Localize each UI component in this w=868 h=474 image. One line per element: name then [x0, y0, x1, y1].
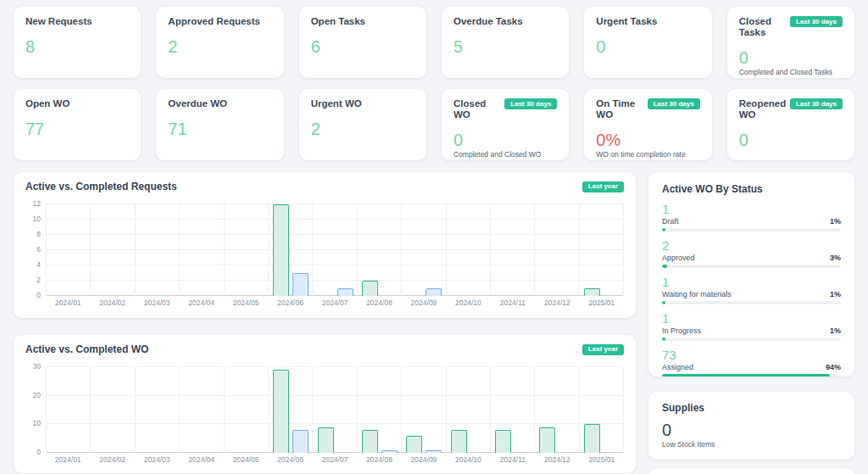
bar-group-2024-04	[180, 367, 224, 453]
kpi-card-header: Approved Requests	[168, 16, 271, 27]
kpi-card-urgent-tasks[interactable]: Urgent Tasks0	[584, 7, 711, 78]
status-count: 1	[662, 276, 841, 289]
status-item-approved: 2Approved3%	[662, 239, 841, 268]
status-count: 1	[662, 312, 841, 326]
panel-title: Active WO By Status	[662, 183, 841, 195]
kpi-value: 6	[311, 37, 415, 56]
bar-active	[495, 430, 511, 453]
kpi-subtitle: Completed and Closed WO	[453, 150, 557, 159]
kpi-value: 0	[739, 131, 843, 149]
kpi-card-urgent-wo[interactable]: Urgent WO2	[299, 89, 426, 160]
bar-group-2024-10	[447, 367, 491, 453]
kpi-card-closed-tasks[interactable]: Closed TasksLast 30 days0Completed and C…	[727, 7, 854, 78]
status-label: Waiting for materials	[662, 290, 732, 298]
kpi-subtitle: Completed and Closed Tasks	[739, 68, 843, 76]
bar-group-2024-09	[402, 367, 446, 453]
bar-group-2024-01	[47, 367, 91, 453]
x-tick-label: 2024/06	[268, 455, 312, 464]
progress-track	[662, 301, 841, 304]
status-percent: 94%	[826, 363, 841, 371]
x-tick-label: 2024/09	[402, 298, 446, 307]
bar-group-2024-07	[313, 367, 357, 453]
kpi-card-overdue-wo[interactable]: Overdue WO71	[156, 89, 283, 160]
bar-active	[273, 370, 289, 453]
kpi-value: 8	[25, 37, 129, 56]
bar-active	[584, 424, 600, 453]
chart-title: Active vs. Completed WO	[25, 343, 148, 355]
kpi-value: 77	[25, 120, 129, 138]
bar-group-2024-09	[402, 204, 446, 296]
x-tick-label: 2024/06	[268, 298, 312, 307]
status-count: 1	[662, 203, 841, 216]
bar-group-2024-05	[225, 204, 269, 296]
status-label: Approved	[662, 254, 695, 262]
bar-group-2024-10	[447, 204, 491, 296]
x-tick-label: 2024/04	[179, 455, 223, 464]
bar-active	[273, 204, 289, 296]
supplies-panel[interactable]: Supplies 0 Low Stock Items	[648, 392, 854, 460]
x-tick-label: 2024/12	[535, 455, 579, 464]
x-tick-label: 2024/09	[402, 455, 446, 464]
kpi-card-reopened-wo[interactable]: Reopened WOLast 30 days0	[727, 89, 854, 160]
bar-chart-requests: 0246810122024/012024/022024/032024/04202…	[25, 204, 624, 307]
status-item-assigned: 73Assigned94%	[662, 349, 841, 376]
progress-track	[662, 265, 841, 268]
status-count: 73	[662, 349, 841, 362]
kpi-card-header: Overdue Tasks	[453, 16, 557, 27]
status-line: Waiting for materials1%	[662, 290, 841, 298]
bar-active	[318, 427, 334, 453]
kpi-value: 2	[311, 120, 415, 138]
status-percent: 1%	[830, 326, 841, 335]
y-tick-label: 8	[36, 231, 41, 238]
bar-group-2024-12	[535, 204, 579, 296]
panel-title: Supplies	[662, 402, 841, 414]
bars-layer	[47, 367, 624, 453]
kpi-card-open-wo[interactable]: Open WO77	[14, 89, 141, 160]
status-percent: 1%	[830, 217, 841, 226]
period-badge: Last 30 days	[790, 16, 843, 27]
bar-group-2024-07	[313, 204, 357, 296]
kpi-card-open-tasks[interactable]: Open Tasks6	[299, 7, 426, 78]
kpi-card-header: Closed TasksLast 30 days	[739, 16, 843, 38]
kpi-card-approved-requests[interactable]: Approved Requests2	[156, 7, 283, 78]
period-badge: Last 30 days	[790, 98, 843, 109]
x-tick-label: 2024/07	[313, 298, 357, 307]
kpi-card-on-time-wo[interactable]: On Time WOLast 30 days0%WO on time compl…	[584, 89, 711, 160]
x-axis-labels: 2024/012024/022024/032024/042024/052024/…	[46, 455, 624, 464]
kpi-title: Approved Requests	[168, 16, 260, 27]
y-tick-label: 2	[36, 276, 41, 284]
x-tick-label: 2024/02	[90, 298, 134, 307]
chart-card-requests: Active vs. Completed Requests Last year …	[14, 172, 636, 318]
kpi-value: 0	[596, 37, 699, 56]
bar-completed	[292, 430, 309, 453]
progress-track	[662, 228, 841, 231]
status-percent: 1%	[830, 290, 841, 298]
bar-group-2024-06	[269, 367, 313, 453]
bar-group-2024-03	[136, 367, 180, 453]
kpi-card-overdue-tasks[interactable]: Overdue Tasks5	[442, 7, 569, 78]
y-tick-label: 12	[33, 200, 41, 208]
bar-group-2025-01	[580, 204, 624, 296]
bar-active	[584, 288, 600, 296]
x-tick-label: 2024/08	[357, 455, 401, 464]
status-label: Draft	[662, 217, 679, 226]
kpi-title: Overdue Tasks	[453, 16, 523, 27]
kpi-card-closed-wo[interactable]: Closed WOLast 30 days0Completed and Clos…	[442, 89, 569, 160]
x-tick-label: 2024/07	[313, 455, 357, 464]
kpi-card-header: Closed WOLast 30 days	[453, 98, 557, 120]
y-tick-label: 0	[36, 292, 41, 299]
x-tick-label: 2024/02	[90, 455, 134, 464]
kpi-card-new-requests[interactable]: New Requests8	[14, 7, 141, 78]
y-tick-label: 30	[33, 363, 41, 371]
x-tick-label: 2025/01	[580, 298, 624, 307]
period-badge: Last year	[582, 344, 624, 355]
chart-plot-wrap: 024681012	[25, 204, 624, 296]
chart-title: Active vs. Completed Requests	[25, 181, 177, 192]
bar-group-2024-08	[358, 204, 402, 296]
kpi-value: 0	[453, 131, 557, 149]
kpi-value: 0%	[596, 131, 699, 149]
bar-group-2024-04	[180, 204, 224, 296]
charts-column: Active vs. Completed Requests Last year …	[14, 172, 636, 473]
progress-fill	[662, 265, 667, 268]
active-wo-by-status-panel: Active WO By Status 1Draft1%2Approved3%1…	[648, 172, 854, 376]
